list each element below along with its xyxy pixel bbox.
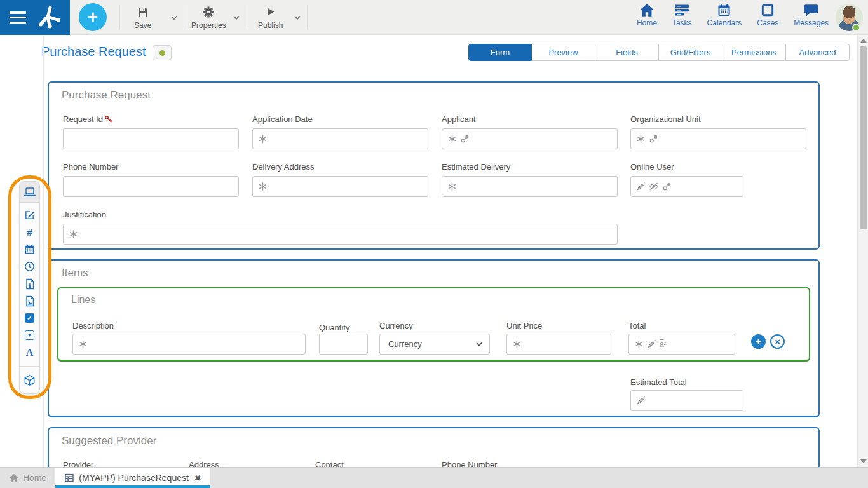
field-unit-price[interactable] <box>506 334 611 355</box>
palette-item-combo[interactable]: ▼ <box>20 327 39 344</box>
tab-advanced[interactable]: Advanced <box>786 44 850 61</box>
save-label: Save <box>134 21 151 30</box>
palette-item-date[interactable] <box>20 241 39 258</box>
label-delivery-address: Delivery Address <box>252 162 315 172</box>
label-request-id: Request Id <box>63 114 112 124</box>
bizagi-logo-icon <box>35 6 63 30</box>
label-total: Total <box>628 321 646 330</box>
delete-row-button[interactable]: × <box>770 334 785 349</box>
field-phone-number[interactable] <box>63 176 239 197</box>
required-asterisk-icon <box>634 339 644 349</box>
page-title: Purchase Request <box>41 44 146 59</box>
label-justification: Justification <box>63 210 106 219</box>
add-row-button[interactable]: + <box>751 334 766 349</box>
field-request-id[interactable] <box>63 128 239 149</box>
nav-tasks-label: Tasks <box>672 18 692 27</box>
field-total[interactable]: aˣ <box>628 334 735 355</box>
app-window: + Save Properties Publish Home Task <box>0 0 868 488</box>
calendar-icon <box>717 3 731 17</box>
nav-messages[interactable]: Messages <box>794 3 829 27</box>
save-dropdown-chevron-icon[interactable] <box>168 11 180 23</box>
select-currency[interactable]: Currency <box>379 334 490 355</box>
brand-block <box>0 0 70 35</box>
field-delivery-address[interactable] <box>252 176 428 197</box>
palette-item-image[interactable] <box>20 292 39 309</box>
group-title: Purchase Request <box>62 89 151 102</box>
tab-form[interactable]: Form <box>468 44 532 61</box>
scroll-up-arrow-icon[interactable] <box>860 39 867 43</box>
checkbox-icon: ✓ <box>25 313 34 323</box>
edit-note-icon <box>24 210 35 220</box>
gear-icon <box>202 6 215 18</box>
properties-dropdown-chevron-icon[interactable] <box>231 11 242 23</box>
field-description[interactable] <box>72 334 306 355</box>
tab-grid-filters[interactable]: Grid/Filters <box>659 44 722 61</box>
required-asterisk-icon <box>258 182 268 191</box>
toolbar-separator <box>119 5 120 30</box>
group-purchase-request: Purchase Request Request Id Application … <box>48 81 820 250</box>
field-estimated-delivery[interactable] <box>442 176 618 197</box>
label-phone-number: Phone Number <box>63 162 118 172</box>
tab-fields[interactable]: Fields <box>595 44 659 61</box>
scroll-down-arrow-icon[interactable] <box>860 459 867 463</box>
image-icon <box>25 295 35 307</box>
file-icon <box>25 278 35 290</box>
field-justification[interactable] <box>63 224 618 245</box>
bottom-tab-purchase-request[interactable]: (MYAPP) PurchaseRequest ✖ <box>55 468 210 488</box>
field-online-user[interactable] <box>630 176 743 197</box>
required-asterisk-icon <box>512 339 522 349</box>
nav-calendars[interactable]: Calendars <box>707 3 742 27</box>
publish-button[interactable]: Publish <box>255 4 285 32</box>
close-tab-icon[interactable]: ✖ <box>194 473 201 483</box>
cases-icon <box>761 3 775 17</box>
palette-item-time[interactable] <box>20 258 39 275</box>
status-button[interactable] <box>153 45 172 60</box>
field-org-unit[interactable] <box>630 128 806 149</box>
palette-item-number[interactable]: # <box>20 224 39 241</box>
label-currency: Currency <box>379 321 413 330</box>
label-unit-price: Unit Price <box>506 321 542 330</box>
field-quantity[interactable] <box>319 334 368 355</box>
save-button[interactable]: Save <box>132 4 154 32</box>
chevron-down-icon <box>475 342 483 347</box>
palette-item-label-text[interactable]: A <box>20 344 39 361</box>
scrollbar-thumb[interactable] <box>860 46 867 229</box>
tab-permissions[interactable]: Permissions <box>722 44 786 61</box>
field-application-date[interactable] <box>252 128 428 149</box>
tab-preview[interactable]: Preview <box>532 44 595 61</box>
palette-item-file[interactable] <box>20 275 39 292</box>
field-estimated-total[interactable] <box>630 390 743 411</box>
label-estimated-total: Estimated Total <box>630 377 687 387</box>
primary-key-icon <box>104 115 112 123</box>
top-toolbar: + Save Properties Publish Home Task <box>0 0 868 35</box>
publish-dropdown-chevron-icon[interactable] <box>292 11 303 23</box>
palette-item-form-monitor[interactable] <box>20 182 39 203</box>
dropdown-icon: ▼ <box>25 330 34 340</box>
palette-item-entity-cube[interactable] <box>20 369 39 391</box>
nav-tasks[interactable]: Tasks <box>672 3 692 27</box>
label-quantity: Quantity <box>319 323 349 332</box>
properties-button[interactable]: Properties <box>189 4 229 32</box>
publish-play-icon <box>265 6 276 18</box>
group-items: Items Lines Description Quantity Currenc… <box>48 259 820 417</box>
home-small-icon <box>9 473 19 483</box>
quick-nav: Home Tasks Calendars Cases Messages <box>637 3 829 27</box>
field-applicant[interactable] <box>442 128 618 149</box>
nav-messages-label: Messages <box>794 18 829 27</box>
publish-label: Publish <box>258 21 283 30</box>
label-estimated-delivery: Estimated Delivery <box>442 162 510 172</box>
nav-home[interactable]: Home <box>637 3 657 27</box>
avatar[interactable] <box>836 4 863 31</box>
palette-item-edit-note[interactable] <box>20 207 39 224</box>
group-title: Items <box>62 267 88 280</box>
add-button[interactable]: + <box>79 3 107 31</box>
bottom-tab-home[interactable]: Home <box>0 468 55 488</box>
nav-cases[interactable]: Cases <box>757 3 778 27</box>
palette-item-checkbox[interactable]: ✓ <box>20 309 39 327</box>
cube-icon <box>24 374 36 386</box>
required-asterisk-icon <box>69 229 78 239</box>
content-divider <box>43 35 44 467</box>
group-lines: Lines Description Quantity Currency Curr… <box>57 287 810 362</box>
text-a-icon: A <box>26 347 34 358</box>
hamburger-menu-icon[interactable] <box>10 11 26 24</box>
